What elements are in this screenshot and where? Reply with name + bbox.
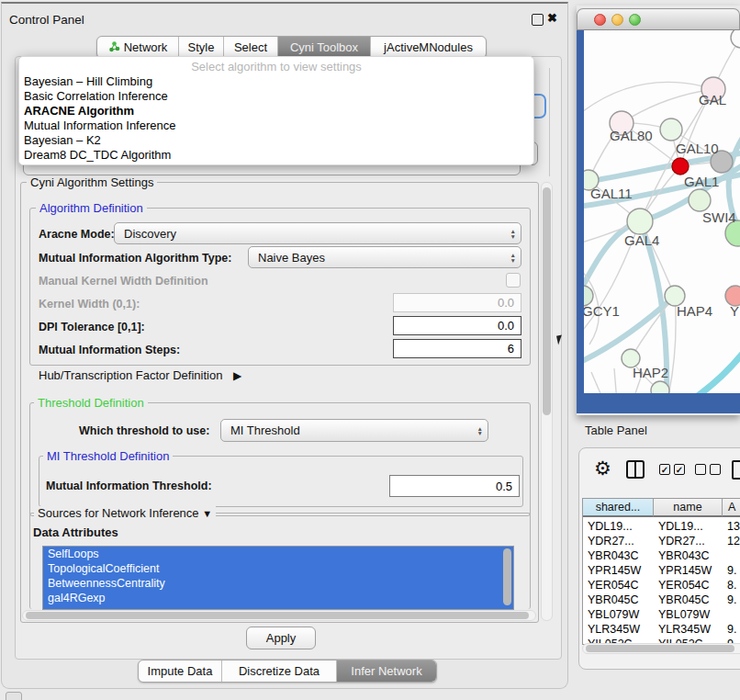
table-horizontal-scrollbar-thumb[interactable]: [586, 645, 734, 652]
aracne-mode-label: Aracne Mode:: [39, 228, 115, 241]
which-threshold-combo[interactable]: MI Threshold ▲▼: [220, 419, 488, 442]
sources-legend[interactable]: Sources for Network Inference ▼: [34, 506, 216, 520]
algorithm-definition-legend: Algorithm Definition: [36, 201, 147, 215]
gear-icon[interactable]: ⚙: [594, 458, 611, 478]
table-row[interactable]: YBL079W YBL079W: [583, 607, 740, 622]
node-label-y: Y: [730, 303, 739, 319]
expander-right-arrow-icon: ▶: [233, 369, 241, 382]
checked-columns-icon[interactable]: ✓✓: [659, 464, 685, 475]
tab-discretize-data[interactable]: Discretize Data: [222, 660, 337, 682]
network-window-titlebar[interactable]: [577, 8, 740, 30]
hub-definition-expander[interactable]: Hub/Transcription Factor Definition ▶: [39, 368, 241, 382]
node-label-swi4: SWI4: [702, 209, 736, 225]
combo-stepper-icon: ▲▼: [510, 229, 516, 239]
screen: Control Panel ✖ Network Style Select Cyn…: [0, 0, 740, 700]
table-row[interactable]: YER054C YER054C 8.: [583, 578, 740, 593]
settings-horizontal-scrollbar-thumb[interactable]: [26, 612, 529, 619]
kernel-width-field[interactable]: 0.0: [393, 293, 521, 312]
popup-item-bayesian-hill-climbing[interactable]: Bayesian – Hill Climbing: [22, 74, 531, 89]
tab-cyni-toolbox[interactable]: Cyni Toolbox: [278, 37, 371, 58]
network-graph-icon: [108, 40, 120, 55]
mi-type-value: Naive Bayes: [258, 251, 325, 265]
node-table: shared... name A YDL19... YDL19... 13 YD…: [582, 498, 740, 645]
float-window-icon[interactable]: [532, 14, 544, 26]
popup-item-mutual-information[interactable]: Mutual Information Inference: [22, 119, 531, 133]
column-header-shared-name[interactable]: shared...: [583, 499, 654, 517]
node-gal10[interactable]: [660, 119, 682, 141]
data-attributes-label: Data Attributes: [33, 525, 118, 539]
mi-steps-field[interactable]: 6: [393, 339, 521, 358]
popup-item-dream8[interactable]: Dream8 DC_TDC Algorithm: [22, 148, 531, 163]
mi-type-combo[interactable]: Naive Bayes ▲▼: [248, 246, 521, 268]
combo-stepper-icon: ▲▼: [510, 253, 516, 263]
popup-item-aracne[interactable]: ARACNE Algorithm: [22, 104, 531, 119]
dpi-tolerance-field[interactable]: 0.0: [393, 316, 521, 335]
data-attributes-list[interactable]: SelfLoops TopologicalCoefficient Between…: [42, 546, 514, 610]
control-panel-title: Control Panel: [9, 13, 84, 27]
edge: [692, 350, 740, 393]
threshold-definition-legend: Threshold Definition: [34, 396, 148, 410]
unchecked-columns-icon[interactable]: [695, 464, 721, 475]
attr-item-betweennesscentrality[interactable]: BetweennessCentrality: [43, 576, 513, 591]
manual-kernel-checkbox[interactable]: [506, 273, 521, 288]
node-gal4[interactable]: [627, 209, 653, 234]
collapse-down-arrow-icon: ▼: [202, 508, 212, 519]
zoom-button[interactable]: [629, 14, 641, 26]
dpi-tolerance-label: DPI Tolerance [0,1]:: [39, 321, 145, 333]
docked-panel-icon[interactable]: [6, 692, 22, 700]
attr-item-topologicalcoefficient[interactable]: TopologicalCoefficient: [43, 561, 513, 576]
mi-threshold-definition-legend: MI Threshold Definition: [43, 449, 173, 463]
cyni-algorithm-settings-legend: Cyni Algorithm Settings: [27, 175, 157, 189]
tab-style[interactable]: Style: [179, 37, 224, 58]
table-row[interactable]: YDR27... YDR27... 12: [583, 534, 740, 548]
table-row[interactable]: YDL19... YDL19... 13: [583, 519, 740, 534]
tab-impute-data[interactable]: Impute Data: [139, 660, 222, 682]
bottom-tabbar: Impute Data Discretize Data Infer Networ…: [138, 660, 437, 683]
attr-item-selfloops[interactable]: SelfLoops: [43, 547, 513, 561]
table-row[interactable]: YBR045C YBR045C 9.: [583, 593, 740, 607]
popup-item-basic-correlation[interactable]: Basic Correlation Inference: [22, 89, 531, 104]
kernel-width-label: Kernel Width (0,1):: [39, 298, 140, 310]
column-header-partial[interactable]: A: [723, 499, 740, 517]
apply-button[interactable]: Apply: [246, 627, 316, 649]
tab-network[interactable]: Network: [97, 37, 179, 58]
hidden-groupbox-edge: [549, 68, 550, 176]
document-icon[interactable]: [732, 460, 740, 480]
node-label-gal80: GAL80: [610, 128, 653, 143]
tab-infer-network[interactable]: Infer Network: [337, 660, 436, 682]
split-columns-icon[interactable]: [626, 460, 645, 479]
column-header-name[interactable]: name: [654, 499, 723, 517]
mi-steps-label: Mutual Information Steps:: [39, 344, 180, 356]
settings-vertical-scrollbar[interactable]: [541, 182, 553, 621]
tab-select[interactable]: Select: [224, 37, 278, 58]
table-horizontal-scrollbar[interactable]: [582, 643, 740, 654]
network-window-frame: GAL GAL80 GAL10 GAL1 SWI4 GAL11 GAL4 GCY…: [577, 30, 740, 413]
edge: [614, 368, 619, 393]
node-unlabeled-bottom[interactable]: [651, 381, 669, 393]
network-canvas[interactable]: GAL GAL80 GAL10 GAL1 SWI4 GAL11 GAL4 GCY…: [584, 30, 740, 393]
edge: [584, 82, 713, 115]
mi-threshold-field[interactable]: 0.5: [389, 475, 520, 497]
combo-stepper-icon: ▲▼: [477, 425, 483, 435]
settings-horizontal-scrollbar[interactable]: [22, 610, 536, 621]
node-unlabeled-top[interactable]: [731, 30, 740, 48]
table-row[interactable]: YPR145W YPR145W 9.: [583, 563, 740, 578]
manual-kernel-label: Manual Kernel Width Definition: [39, 275, 208, 288]
settings-vertical-scrollbar-thumb[interactable]: [543, 187, 551, 415]
table-panel-card: ⚙ ✓✓ shared... name A YDL19... YDL19... …: [578, 447, 740, 670]
close-icon[interactable]: ✖: [547, 11, 557, 25]
node-label-gcy1: GCY1: [584, 303, 620, 319]
algorithm-popup-placeholder: Select algorithm to view settings: [19, 60, 533, 73]
popup-item-bayesian-k2[interactable]: Bayesian – K2: [22, 133, 531, 148]
node-swi4-neighbor[interactable]: [689, 189, 711, 211]
table-row[interactable]: YBR043C YBR043C: [583, 548, 740, 563]
minimize-button[interactable]: [611, 14, 623, 26]
attributes-list-scrollbar-thumb[interactable]: [503, 548, 511, 605]
attr-item-gal4rgexp[interactable]: gal4RGexp: [43, 591, 513, 605]
close-button[interactable]: [594, 14, 606, 26]
table-row[interactable]: YLR345W YLR345W 9.: [583, 622, 740, 637]
node-label-hap4: HAP4: [677, 303, 712, 319]
aracne-mode-combo[interactable]: Discovery ▲▼: [114, 222, 521, 244]
node-gal1[interactable]: [672, 158, 689, 175]
tab-jactivemnodules[interactable]: jActiveMNodules: [371, 37, 486, 58]
